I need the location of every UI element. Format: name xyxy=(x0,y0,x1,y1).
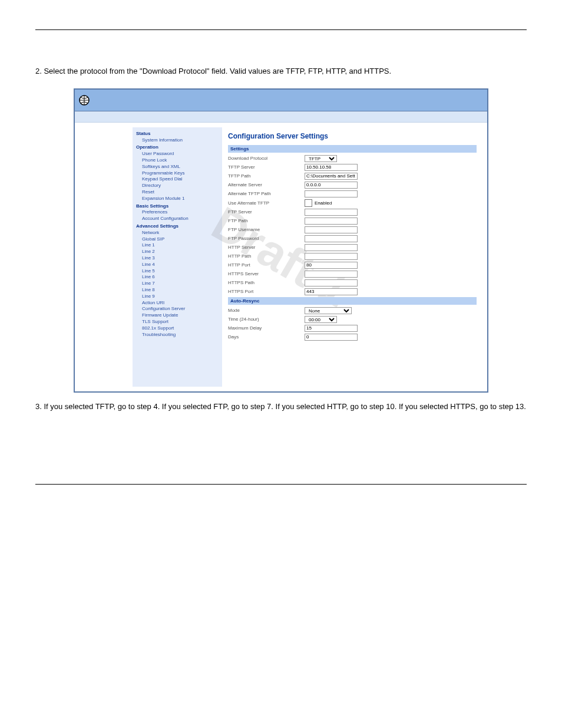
label-days: Days xyxy=(228,334,305,340)
label-use-alternate-tftp: Use Alternate TFTP xyxy=(228,200,305,206)
input-tftp-server[interactable] xyxy=(305,164,358,171)
sidebar-item-keypad-speed-dial[interactable]: Keypad Speed Dial xyxy=(136,176,219,183)
sidebar-item-8021x-support[interactable]: 802.1x Support xyxy=(136,325,219,332)
label-http-server: HTTP Server xyxy=(228,245,305,250)
sidebar-item-phone-lock[interactable]: Phone Lock xyxy=(136,157,219,164)
sidebar-item-softkeys-xml[interactable]: Softkeys and XML xyxy=(136,164,219,170)
select-download-protocol[interactable]: TFTP xyxy=(305,155,337,162)
main-panel: Configuration Server Settings Settings D… xyxy=(222,127,482,387)
section-auto-resync-bar: Auto-Resync xyxy=(228,297,477,305)
input-tftp-path[interactable] xyxy=(305,173,358,180)
globe-icon xyxy=(78,94,90,106)
input-https-port[interactable] xyxy=(305,288,358,295)
label-tftp-path: TFTP Path xyxy=(228,173,305,179)
input-alternate-server[interactable] xyxy=(305,182,358,189)
label-ftp-path: FTP Path xyxy=(228,218,305,223)
label-https-port: HTTPS Port xyxy=(228,289,305,294)
sidebar-item-line3[interactable]: Line 3 xyxy=(136,255,219,262)
label-time: Time (24-hour) xyxy=(228,317,305,322)
input-https-server[interactable] xyxy=(305,271,358,278)
sidebar-item-line9[interactable]: Line 9 xyxy=(136,294,219,300)
sidebar-item-line7[interactable]: Line 7 xyxy=(136,281,219,287)
sidebar-item-expansion-module[interactable]: Expansion Module 1 xyxy=(136,196,219,202)
input-http-server[interactable] xyxy=(305,244,358,251)
sidebar-item-configuration-server[interactable]: Configuration Server xyxy=(136,306,219,312)
section-settings-bar: Settings xyxy=(228,145,477,153)
sidebar-heading-status: Status xyxy=(136,131,219,137)
label-ftp-server: FTP Server xyxy=(228,209,305,215)
checkbox-label-enabled: Enabled xyxy=(315,200,332,206)
sidebar-item-line8[interactable]: Line 8 xyxy=(136,287,219,294)
sidebar-item-preferences[interactable]: Preferences xyxy=(136,209,219,216)
sidebar-item-line4[interactable]: Line 4 xyxy=(136,262,219,268)
sidebar-item-tls-support[interactable]: TLS Support xyxy=(136,319,219,325)
sidebar-item-network[interactable]: Network xyxy=(136,230,219,236)
input-https-path[interactable] xyxy=(305,279,358,286)
sidebar-item-directory[interactable]: Directory xyxy=(136,183,219,189)
input-max-delay[interactable] xyxy=(305,325,358,332)
sidebar-item-user-password[interactable]: User Password xyxy=(136,151,219,157)
sidebar-item-action-uri[interactable]: Action URI xyxy=(136,300,219,307)
label-tftp-server: TFTP Server xyxy=(228,164,305,170)
sidebar: Status System Information Operation User… xyxy=(133,127,222,387)
label-ftp-password: FTP Password xyxy=(228,236,305,241)
label-alternate-tftp-path: Alternate TFTP Path xyxy=(228,191,305,196)
label-alternate-server: Alternate Server xyxy=(228,182,305,187)
select-mode[interactable]: None xyxy=(305,307,352,314)
app-subheader-bar xyxy=(75,111,487,123)
page-top-rule xyxy=(35,29,527,30)
label-https-path: HTTPS Path xyxy=(228,280,305,285)
sidebar-item-line5[interactable]: Line 5 xyxy=(136,268,219,275)
input-ftp-username[interactable] xyxy=(305,226,358,233)
checkbox-use-alternate-tftp[interactable] xyxy=(305,199,312,207)
input-http-port[interactable] xyxy=(305,262,358,269)
label-download-protocol: Download Protocol xyxy=(228,156,305,161)
input-ftp-server[interactable] xyxy=(305,209,358,216)
input-http-path[interactable] xyxy=(305,253,358,260)
page-bottom-rule xyxy=(35,484,527,485)
label-max-delay: Maximum Delay xyxy=(228,325,305,331)
app-window: Draft 1 Status System Information Operat… xyxy=(74,88,488,393)
sidebar-heading-basic: Basic Settings xyxy=(136,203,219,210)
app-header-bar xyxy=(75,90,487,111)
sidebar-item-account-configuration[interactable]: Account Configuration xyxy=(136,216,219,222)
sidebar-item-firmware-update[interactable]: Firmware Update xyxy=(136,312,219,319)
label-http-path: HTTP Path xyxy=(228,253,305,259)
sidebar-item-line1[interactable]: Line 1 xyxy=(136,242,219,249)
sidebar-heading-operation: Operation xyxy=(136,144,219,151)
page-outro-text: 3. If you selected TFTP, go to step 4. I… xyxy=(35,401,527,413)
sidebar-item-line6[interactable]: Line 6 xyxy=(136,274,219,281)
input-days[interactable] xyxy=(305,334,358,341)
sidebar-item-troubleshooting[interactable]: Troubleshooting xyxy=(136,332,219,338)
select-time[interactable]: 00:00 xyxy=(305,316,337,323)
sidebar-item-system-information[interactable]: System Information xyxy=(136,137,219,144)
input-ftp-password[interactable] xyxy=(305,235,358,242)
input-ftp-path[interactable] xyxy=(305,218,358,225)
label-http-port: HTTP Port xyxy=(228,262,305,268)
sidebar-item-line2[interactable]: Line 2 xyxy=(136,249,219,255)
label-ftp-username: FTP Username xyxy=(228,227,305,232)
sidebar-item-reset[interactable]: Reset xyxy=(136,189,219,196)
sidebar-item-global-sip[interactable]: Global SIP xyxy=(136,236,219,243)
page-intro-text: 2. Select the protocol from the "Downloa… xyxy=(35,65,527,78)
sidebar-item-programmable-keys[interactable]: Programmable Keys xyxy=(136,170,219,177)
sidebar-heading-advanced: Advanced Settings xyxy=(136,223,219,230)
input-alternate-tftp-path[interactable] xyxy=(305,190,358,197)
label-mode: Mode xyxy=(228,308,305,313)
label-https-server: HTTPS Server xyxy=(228,271,305,276)
panel-title: Configuration Server Settings xyxy=(228,132,477,140)
